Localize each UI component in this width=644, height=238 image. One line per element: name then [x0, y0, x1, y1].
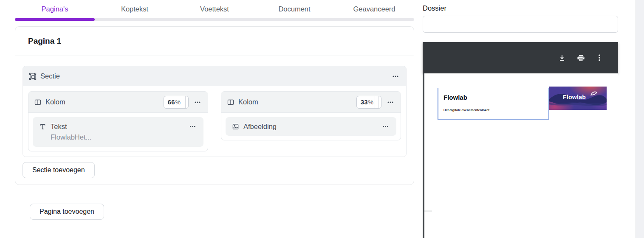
preview-left-rail [423, 73, 424, 238]
page-card-header: Pagina 1 [15, 27, 414, 56]
active-tab-indicator [15, 18, 95, 21]
section-block: Sectie [23, 66, 407, 157]
page-title: Pagina 1 [28, 36, 61, 46]
dossier-preview-panel: Dossier [423, 0, 618, 238]
image-element-card[interactable]: Afbeelding [226, 117, 396, 136]
ellipsis-icon [194, 98, 201, 106]
number-spinner[interactable] [182, 96, 188, 108]
column-width-input[interactable]: 66 % [164, 96, 189, 109]
ellipsis-icon [189, 123, 196, 130]
print-button[interactable] [576, 53, 586, 63]
page-card-body: Sectie [15, 56, 414, 185]
pdf-preview-page: Flowlab Het digitale evenementenloket Fl… [423, 73, 618, 238]
element-menu-button[interactable] [188, 122, 197, 131]
document-editor: Pagina's Koptekst Voettekst Document Gea… [15, 0, 414, 185]
section-columns: Kolom 66 % [23, 86, 406, 157]
number-spinner[interactable] [375, 96, 381, 108]
editor-tabs: Pagina's Koptekst Voettekst Document Gea… [15, 0, 414, 18]
image-icon [232, 123, 239, 130]
column-header[interactable]: Kolom 33 % [221, 92, 401, 113]
document-title: Flowlab [443, 94, 467, 101]
download-button[interactable] [557, 53, 567, 63]
pdf-toolbar [423, 42, 618, 73]
page-card: Pagina 1 Sectie [15, 26, 414, 185]
dossier-label: Dossier [423, 4, 618, 12]
column-menu-button[interactable] [386, 98, 395, 107]
tab-document[interactable]: Document [254, 5, 334, 18]
document-subtitle: Het digitale evenementenloket [443, 108, 489, 112]
section-header[interactable]: Sectie [23, 66, 406, 86]
frame-icon [29, 73, 37, 80]
column-width-input[interactable]: 33 % [356, 96, 381, 109]
columns-icon [227, 98, 234, 106]
column-card-1: Kolom 66 % [28, 91, 208, 151]
page-gap-marker [424, 210, 432, 212]
element-type-label: Afbeelding [243, 123, 277, 131]
column-label: Kolom [238, 98, 258, 106]
add-page-button[interactable]: Pagina toevoegen [30, 204, 104, 220]
add-section-button[interactable]: Sectie toevoegen [23, 162, 95, 178]
kebab-menu-icon [595, 53, 604, 62]
flowlab-logo: Flowlab [549, 87, 607, 110]
percent-sign: % [368, 99, 373, 106]
column-card-2: Kolom 33 % [221, 91, 401, 140]
element-content-preview: FlowlabHet... [51, 133, 197, 141]
column-header[interactable]: Kolom 66 % [28, 92, 208, 113]
column-width-value: 66 [168, 98, 175, 106]
text-element-card[interactable]: Tekst [33, 117, 203, 147]
tab-voettekst[interactable]: Voettekst [175, 5, 254, 18]
element-menu-button[interactable] [381, 122, 390, 131]
ellipsis-icon [387, 98, 394, 106]
page-scrollbar[interactable] [636, 0, 644, 238]
column-body: Tekst [28, 113, 208, 151]
print-icon [576, 53, 585, 62]
section-label: Sectie [40, 72, 60, 80]
ellipsis-icon [382, 123, 389, 130]
text-icon [39, 123, 46, 130]
tab-koptekst[interactable]: Koptekst [95, 5, 175, 18]
dossier-input[interactable] [423, 16, 618, 33]
section-menu-button[interactable] [391, 72, 400, 81]
tab-paginas[interactable]: Pagina's [15, 5, 95, 18]
ellipsis-icon [392, 73, 399, 80]
more-options-button[interactable] [594, 53, 604, 63]
column-body: Afbeelding [221, 113, 401, 140]
tab-geavanceerd[interactable]: Geavanceerd [334, 5, 414, 18]
column-menu-button[interactable] [193, 98, 202, 107]
document-header-block: Flowlab Het digitale evenementenloket [438, 88, 549, 120]
columns-icon [34, 98, 42, 106]
tab-indicator-track [15, 18, 414, 21]
column-label: Kolom [45, 98, 65, 106]
column-width-value: 33 [361, 98, 368, 106]
download-icon [558, 53, 566, 62]
logo-swoosh-icon [590, 91, 599, 97]
percent-sign: % [175, 99, 181, 106]
element-type-label: Tekst [51, 123, 67, 131]
